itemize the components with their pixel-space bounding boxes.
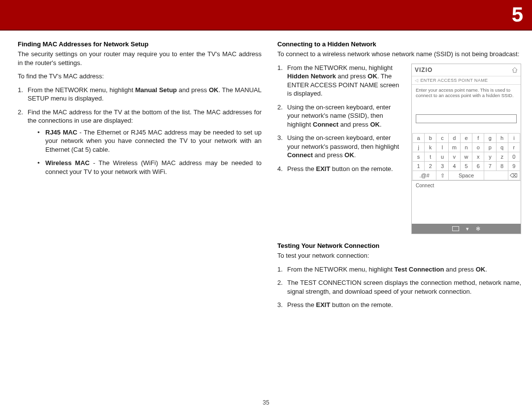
key: x	[472, 152, 484, 162]
step-item: 1. From the NETWORK menu, highlight Hidd…	[277, 64, 404, 98]
steps-list: 1. From the NETWORK menu, highlight Manu…	[18, 86, 262, 176]
bullet-list: RJ45 MAC - The Ethernet or RJ45 MAC addr…	[28, 128, 262, 176]
left-column: Finding MAC Addresses for Network Setup …	[18, 40, 262, 314]
key: c	[436, 134, 448, 143]
right-column: Connecting to a Hidden Network To connec…	[277, 40, 521, 314]
para: The security settings on your router may…	[18, 50, 262, 67]
osd-message: Enter your access point name. This is us…	[412, 85, 521, 103]
key: 8	[496, 162, 508, 171]
key: r	[508, 143, 520, 152]
key: l	[436, 143, 448, 152]
step-item: 3. Using the on-screen keyboard, enter y…	[277, 134, 404, 160]
key: 7	[484, 162, 496, 171]
chevron-down-icon: ▾	[466, 226, 469, 232]
step-item: 2. The TEST CONNECTION screen displays t…	[277, 278, 521, 296]
key-shift: ⇧	[436, 171, 448, 180]
key: y	[484, 152, 496, 162]
brand-logo: VIZIO	[415, 67, 432, 73]
osd-screenshot: VIZIO ◁ ENTER ACCESS POINT NAME Enter yo…	[411, 64, 521, 235]
key: m	[448, 143, 460, 152]
key: q	[496, 143, 508, 152]
key: z	[496, 152, 508, 162]
gear-icon: ✻	[476, 226, 480, 232]
key-space: Space	[448, 171, 484, 180]
page-footer-number: 35	[0, 399, 532, 406]
bullet-item: RJ45 MAC - The Ethernet or RJ45 MAC addr…	[37, 128, 262, 154]
key: 6	[472, 162, 484, 171]
key: w	[460, 152, 472, 162]
para: To connect to a wireless network whose n…	[277, 50, 521, 59]
heading-testing: Testing Your Network Connection	[277, 242, 521, 249]
key: g	[484, 134, 496, 143]
osd-footer: ▾ ✻	[412, 224, 521, 234]
chapter-header: 5	[0, 0, 532, 31]
home-icon	[512, 67, 518, 73]
key-blank	[484, 171, 508, 180]
key: 9	[508, 162, 520, 171]
key: u	[436, 152, 448, 162]
hidden-steps: 1. From the NETWORK menu, highlight Hidd…	[277, 64, 404, 178]
osd-subtitle: ENTER ACCESS POINT NAME	[420, 78, 488, 83]
osd-header: VIZIO	[412, 64, 521, 76]
step-item: 1. From the NETWORK menu, highlight Test…	[277, 265, 521, 274]
osd-keyboard: abcdefghi jklmnopqr stuvwxyz0 123456789 …	[412, 133, 520, 180]
key-backspace: ⌫	[508, 171, 520, 180]
key: 1	[413, 162, 425, 171]
step-item: 3. Press the EXIT button on the remote.	[277, 301, 521, 309]
key: 4	[448, 162, 460, 171]
key: p	[484, 143, 496, 152]
key-symbols: .@#	[413, 171, 436, 180]
heading-hidden: Connecting to a Hidden Network	[277, 40, 521, 48]
key: 0	[508, 152, 520, 162]
key: 2	[425, 162, 436, 171]
heading-mac: Finding MAC Addresses for Network Setup	[18, 40, 262, 48]
key: h	[496, 134, 508, 143]
key: v	[448, 152, 460, 162]
step-item: 2. Using the on-screen keyboard, enter y…	[277, 103, 404, 129]
key: 5	[460, 162, 472, 171]
key: a	[413, 134, 425, 143]
testing-section: Testing Your Network Connection To test …	[277, 242, 521, 309]
wide-icon	[452, 226, 459, 231]
key: t	[425, 152, 436, 162]
key: s	[413, 152, 425, 162]
step-item: 1. From the NETWORK menu, highlight Manu…	[18, 86, 262, 103]
back-icon: ◁	[415, 78, 418, 83]
key: i	[508, 134, 520, 143]
key: e	[460, 134, 472, 143]
ssid-input	[416, 114, 517, 123]
key: o	[472, 143, 484, 152]
key: d	[448, 134, 460, 143]
key: b	[425, 134, 436, 143]
key: 3	[436, 162, 448, 171]
para: To test your network connection:	[277, 251, 521, 260]
para: To find the TV's MAC address:	[18, 72, 262, 81]
step-item: 2. Find the MAC address for the TV at th…	[18, 108, 262, 176]
bullet-item: Wireless MAC - The Wireless (WiFi) MAC a…	[37, 159, 262, 176]
key: n	[460, 143, 472, 152]
step-num: 1.	[18, 86, 26, 95]
key: f	[472, 134, 484, 143]
step-item: 4. Press the EXIT button on the remote.	[277, 165, 404, 173]
step-num: 2.	[18, 108, 26, 117]
key: j	[413, 143, 425, 152]
key: k	[425, 143, 436, 152]
osd-breadcrumb: ◁ ENTER ACCESS POINT NAME	[412, 76, 521, 85]
osd-connect: Connect	[412, 180, 521, 190]
chapter-number: 5	[512, 3, 523, 27]
